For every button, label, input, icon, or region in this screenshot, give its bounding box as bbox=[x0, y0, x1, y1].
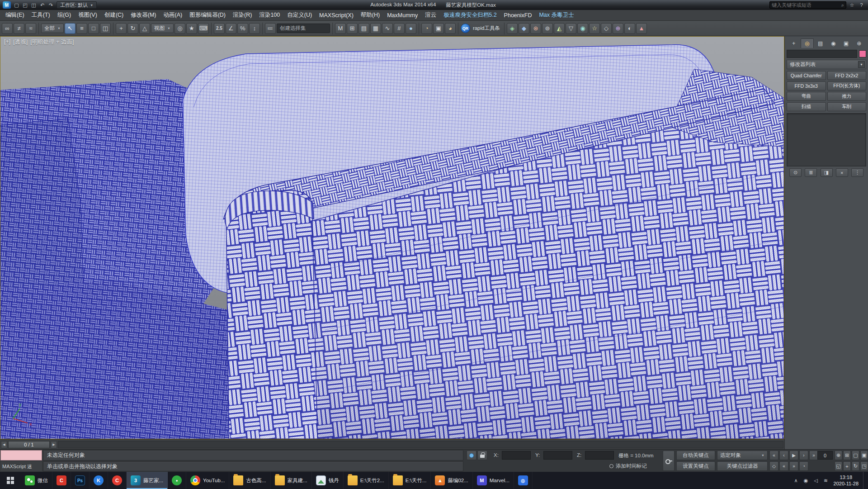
selection-region-icon[interactable]: □ bbox=[88, 23, 99, 34]
object-color-swatch[interactable] bbox=[859, 50, 866, 57]
zoom-region-button[interactable]: ◱ bbox=[835, 461, 842, 471]
configure-modifier-sets-icon[interactable]: ⋮ bbox=[851, 168, 863, 177]
orbit-button[interactable]: ↻ bbox=[852, 461, 859, 471]
time-slider-handle[interactable]: 0 / 1 bbox=[8, 441, 50, 448]
help-icon[interactable]: ? bbox=[858, 2, 865, 9]
menu-modifiers[interactable]: 修改器(M) bbox=[127, 10, 160, 20]
reference-coordinate-dropdown[interactable]: 视图▼ bbox=[151, 24, 174, 33]
viewport-shading-menu[interactable]: [明暗处理 + 边面] bbox=[30, 38, 74, 46]
material-editor-icon[interactable]: ● bbox=[406, 23, 416, 34]
plugin-button-9[interactable]: ◇ bbox=[601, 23, 612, 34]
key-filters-button[interactable]: 关键点过滤器 bbox=[717, 461, 768, 471]
selection-lock-toggle[interactable] bbox=[477, 451, 487, 460]
object-name-field[interactable] bbox=[787, 50, 857, 58]
keyboard-override-icon[interactable]: ⌨ bbox=[198, 23, 209, 34]
modifier-list-dropdown[interactable]: 修改器列表 ▼ bbox=[787, 60, 866, 69]
time-slider-track[interactable] bbox=[58, 441, 783, 448]
set-key-big-button[interactable] bbox=[663, 451, 675, 471]
named-selection-set-field[interactable]: 创建选择集 bbox=[277, 24, 330, 33]
current-frame-field[interactable]: 0 bbox=[817, 451, 833, 460]
menu-animation[interactable]: 动画(A) bbox=[160, 10, 186, 20]
plugin-button-11[interactable]: ◐ bbox=[624, 23, 635, 34]
pin-stack-icon[interactable]: ⊙ bbox=[789, 168, 802, 177]
unlink-selection-icon[interactable]: ≠ bbox=[14, 23, 24, 34]
taskbar-wechat[interactable]: 微信 bbox=[21, 472, 52, 489]
render-production-icon[interactable]: ◕ bbox=[445, 23, 456, 34]
spinner-snap-icon[interactable]: ↕ bbox=[249, 23, 260, 34]
menu-maxmummy[interactable]: MaxMummy bbox=[383, 10, 421, 20]
maximize-viewport-button[interactable]: ◳ bbox=[860, 461, 868, 471]
plugin-button-7[interactable]: ◉ bbox=[577, 23, 588, 34]
save-file-icon[interactable]: ◫ bbox=[30, 2, 38, 9]
use-pivot-center-icon[interactable]: ◎ bbox=[175, 23, 185, 34]
selected-filter-dropdown[interactable]: 选定对象 ▼ bbox=[717, 451, 768, 460]
menu-maxscript[interactable]: MAXScript(X) bbox=[316, 10, 357, 20]
menu-xuanyun[interactable]: 渲云 bbox=[421, 10, 440, 20]
tray-app-icon[interactable]: ◉ bbox=[803, 478, 809, 484]
tray-volume-icon[interactable]: ◁ bbox=[813, 478, 819, 484]
edit-named-sets-icon[interactable]: ≔ bbox=[265, 23, 276, 34]
menu-graph-editors[interactable]: 图形编辑器(D) bbox=[186, 10, 229, 20]
menu-customize[interactable]: 自定义(U) bbox=[283, 10, 316, 20]
perspective-viewport[interactable]: x y [+] [透视] [明暗处理 + 边面] bbox=[0, 36, 784, 439]
remove-modifier-icon[interactable]: × bbox=[836, 168, 848, 177]
open-file-icon[interactable]: ◰ bbox=[21, 2, 29, 9]
taskbar-blue-app[interactable]: ◍ bbox=[514, 472, 533, 489]
previous-frame-button[interactable]: ‹ bbox=[779, 451, 788, 460]
plugin-button-12[interactable]: ▲ bbox=[636, 23, 647, 34]
y-coordinate-field[interactable] bbox=[543, 451, 572, 460]
select-by-name-icon[interactable]: ≡ bbox=[76, 23, 87, 34]
viewport-scene[interactable]: x y bbox=[0, 37, 784, 439]
selection-filter-dropdown[interactable]: 全部▼ bbox=[41, 24, 64, 33]
rendered-frame-icon[interactable]: ▣ bbox=[433, 23, 444, 34]
bind-to-space-warp-icon[interactable]: ≈ bbox=[25, 23, 36, 34]
taskbar-coreldraw[interactable]: C bbox=[52, 472, 71, 489]
display-tab[interactable]: ▣ bbox=[840, 38, 853, 48]
taskbar-chrome[interactable]: YouTub... bbox=[186, 472, 229, 489]
taskbar-folder-tianzhu[interactable]: E:\天竹... bbox=[389, 472, 431, 489]
new-scene-icon[interactable]: ▢ bbox=[13, 2, 20, 9]
maxscript-mini-listener[interactable] bbox=[0, 450, 42, 461]
menu-tools[interactable]: 工具(T) bbox=[28, 10, 54, 20]
window-crossing-icon[interactable]: ◫ bbox=[100, 23, 111, 34]
modifier-button-8[interactable]: 车削 bbox=[827, 102, 867, 111]
show-end-result-icon[interactable]: ≣ bbox=[805, 168, 817, 177]
select-and-scale-icon[interactable]: △ bbox=[139, 23, 150, 34]
select-and-rotate-icon[interactable]: ↻ bbox=[127, 23, 138, 34]
taskbar-tengbian-image[interactable]: ▲藤编02... bbox=[431, 472, 472, 489]
favorites-icon[interactable]: ☆ bbox=[848, 2, 856, 9]
taskbar-k-app[interactable]: K bbox=[90, 472, 108, 489]
taskbar-3dsmax[interactable]: 3藤艺家... bbox=[127, 472, 168, 489]
plugin-button-4[interactable]: ⊚ bbox=[542, 23, 553, 34]
pan-button[interactable]: + bbox=[843, 461, 851, 471]
zoom-extents-button[interactable]: ▢ bbox=[852, 451, 859, 460]
create-tab[interactable]: + bbox=[788, 38, 800, 48]
next-key-button[interactable]: » bbox=[789, 461, 798, 471]
taskbar-photoshop[interactable]: Ps bbox=[71, 472, 90, 489]
plugin-button-2[interactable]: ◆ bbox=[519, 23, 529, 34]
go-to-start-button[interactable]: « bbox=[769, 451, 778, 460]
go-to-end-button[interactable]: » bbox=[809, 451, 818, 460]
play-button[interactable]: ▶ bbox=[789, 451, 798, 460]
menu-max-antivirus[interactable]: Max 杀毒卫士 bbox=[535, 10, 577, 20]
taskbar-green-app[interactable]: ● bbox=[168, 472, 186, 489]
modifier-button-5[interactable]: 弯曲 bbox=[787, 92, 826, 101]
qr-render-button[interactable]: QR bbox=[461, 24, 470, 33]
z-coordinate-field[interactable] bbox=[585, 451, 614, 460]
zoom-extents-all-button[interactable]: ▣ bbox=[860, 451, 868, 460]
modify-tab[interactable]: ◎ bbox=[801, 38, 814, 48]
time-configuration-button[interactable]: ◔ bbox=[799, 461, 808, 471]
set-key-button[interactable]: 设置关键点 bbox=[676, 461, 715, 471]
layer-manager-icon[interactable]: ▤ bbox=[359, 23, 369, 34]
modifier-button-6[interactable]: 推力 bbox=[827, 92, 867, 101]
workspace-selector[interactable]: 工作区: 默认 ▼ bbox=[57, 1, 97, 9]
plugin-button-1[interactable]: ◈ bbox=[507, 23, 518, 34]
select-object-icon[interactable]: ↖ bbox=[65, 23, 75, 34]
percent-snap-icon[interactable]: % bbox=[237, 23, 248, 34]
make-unique-icon[interactable]: ◨ bbox=[821, 168, 833, 177]
show-desktop-button[interactable] bbox=[863, 472, 865, 489]
modifier-button-1[interactable]: Quad Chamfer bbox=[787, 71, 826, 80]
taskbar-folder-jiajujian[interactable]: 家具建... bbox=[271, 472, 312, 489]
tray-expand-icon[interactable]: ∧ bbox=[793, 478, 799, 484]
application-menu-button[interactable]: M bbox=[3, 1, 11, 9]
